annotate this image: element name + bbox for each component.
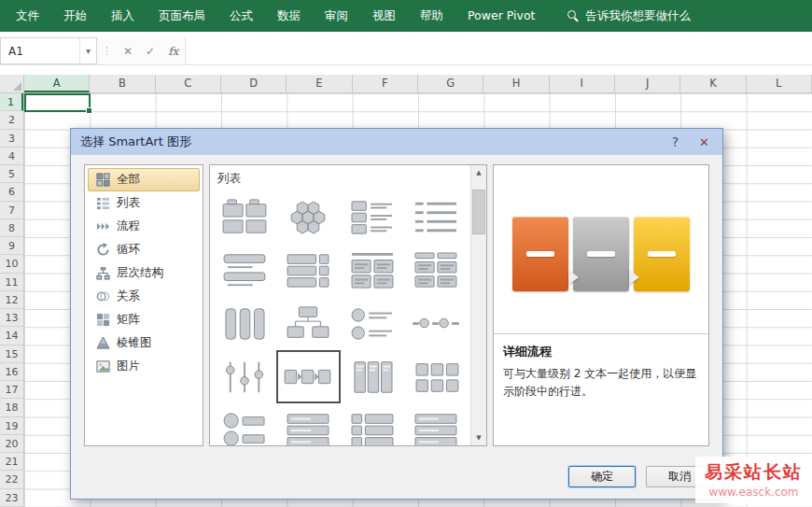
row-header-16[interactable]: 16 [0,363,23,381]
smartart-thumbnail-box-lines[interactable] [341,190,404,244]
column-header-J[interactable]: J [615,75,680,92]
smartart-thumbnail-arrow-boxes[interactable] [276,350,340,403]
scrollbar-track[interactable] [471,180,486,430]
scroll-down-icon[interactable]: ▼ [471,430,486,445]
row-header-15[interactable]: 15 [0,345,23,363]
preview-gold-block [634,217,690,291]
row-header-3[interactable]: 3 [0,130,23,148]
smartart-thumbnail-two-col-lines2[interactable] [404,244,468,297]
select-all-corner[interactable] [0,75,24,92]
smartart-thumbnail-tall-bars[interactable] [341,350,404,403]
column-header-C[interactable]: C [156,75,221,92]
column-header-F[interactable]: F [353,75,418,92]
ribbon-tab-5[interactable]: 公式 [217,0,265,32]
help-button[interactable]: ? [672,134,679,149]
ok-button[interactable]: 确定 [568,466,636,487]
category-pyramid[interactable]: 棱锥图 [88,331,200,355]
row-header-7[interactable]: 7 [0,202,23,219]
column-header-I[interactable]: I [550,75,615,92]
column-header-A[interactable]: A [24,75,90,92]
row-header-18[interactable]: 18 [0,399,23,416]
ribbon-tab-8[interactable]: 视图 [360,0,408,32]
dialog-titlebar[interactable]: 选择 SmartArt 图形 ? ✕ [71,129,722,155]
row-header-13[interactable]: 13 [0,309,23,327]
selected-cell-a1[interactable] [24,93,91,112]
category-relationship[interactable]: 关系 [88,285,200,308]
smartart-thumbnail-slider-lines[interactable] [213,350,276,403]
row-header-5[interactable]: 5 [0,165,23,183]
ribbon-tab-1[interactable]: 文件 [4,0,51,32]
ribbon-tab-6[interactable]: 数据 [265,0,313,32]
ribbon-tab-9[interactable]: 帮助 [408,0,455,32]
smartart-thumbnail-row-boxes[interactable] [341,403,404,446]
row-header-23[interactable]: 23 [0,489,23,507]
smartart-thumbnail-vert-cols[interactable] [213,297,276,350]
column-header-G[interactable]: G [418,75,483,92]
picture-icon [95,359,110,374]
ribbon-tab-3[interactable]: 插入 [99,0,147,32]
row-header-19[interactable]: 19 [0,417,23,435]
column-header-L[interactable]: L [747,75,812,92]
row-header-17[interactable]: 17 [0,381,23,399]
cancel-entry-icon[interactable]: ✕ [117,37,139,64]
smartart-thumbnail-tab-grid[interactable] [213,190,276,244]
scrollbar-thumb[interactable] [472,190,485,234]
row-header-14[interactable]: 14 [0,327,23,345]
smartart-thumbnail-wide-bars[interactable] [213,244,276,297]
name-box[interactable]: A1 ▾ [0,37,97,64]
ribbon-tab-7[interactable]: 审阅 [313,0,360,32]
category-process[interactable]: 流程 [88,215,200,238]
row-header-20[interactable]: 20 [0,435,23,453]
smartart-thumbnail-line-dash[interactable] [404,190,468,244]
row-header-2[interactable]: 2 [0,111,23,129]
column-header-E[interactable]: E [287,75,352,92]
smartart-thumbnail-hier[interactable] [276,297,340,350]
row-header-6[interactable]: 6 [0,183,23,201]
smartart-thumbnail-hex[interactable] [276,190,340,244]
category-all[interactable]: 全部 [88,168,200,191]
formula-input[interactable] [185,37,812,64]
category-matrix[interactable]: 矩阵 [88,308,200,331]
row-header-22[interactable]: 22 [0,471,23,488]
search-label: 告诉我你想要做什么 [585,8,691,24]
smartart-thumbnail-two-col-lines[interactable] [341,244,404,297]
category-picture[interactable]: 图片 [88,355,200,378]
row-header-10[interactable]: 10 [0,255,23,273]
gallery-scrollbar[interactable]: ▲ ▼ [470,165,486,445]
list-icon [95,196,110,211]
smartart-thumbnail-circle-lines[interactable] [341,297,404,350]
ribbon-tab-4[interactable]: 页面布局 [147,0,217,32]
column-header-D[interactable]: D [221,75,287,92]
ribbon-tab-10[interactable]: Power Pivot [455,0,547,32]
row-header-8[interactable]: 8 [0,219,23,237]
row-header-11[interactable]: 11 [0,274,23,291]
row-header-4[interactable]: 4 [0,148,23,165]
row-header-12[interactable]: 12 [0,291,23,309]
smartart-thumbnail-row-lines[interactable] [276,403,340,446]
category-label: 流程 [117,218,140,234]
scroll-up-icon[interactable]: ▲ [471,165,486,180]
row-header-21[interactable]: 21 [0,453,23,471]
smartart-thumbnail-row-lines[interactable] [404,403,468,446]
column-header-B[interactable]: B [90,75,155,92]
tell-me-search[interactable]: 告诉我你想要做什么 [567,8,691,24]
category-hierarchy[interactable]: 层次结构 [88,261,200,285]
smartart-thumbnail-square-grid[interactable] [404,350,468,403]
ribbon-tabs: 文件开始插入页面布局公式数据审阅视图帮助Power Pivot [4,0,547,32]
chevron-down-icon[interactable]: ▾ [79,38,96,63]
row-header-1[interactable]: 1 [0,93,23,111]
enter-entry-icon[interactable]: ✓ [139,37,161,64]
category-cycle[interactable]: 循环 [88,238,200,261]
category-label: 图片 [117,359,140,374]
pyramid-icon [95,336,110,351]
smartart-thumbnail-circle-stack[interactable] [213,403,276,446]
smartart-thumbnail-bar-box-rows[interactable] [276,244,340,297]
close-button[interactable]: ✕ [699,135,709,149]
insert-function-icon[interactable]: fx [161,37,185,64]
row-header-9[interactable]: 9 [0,237,23,255]
smartart-thumbnail-dash-circle[interactable] [404,297,468,350]
column-header-H[interactable]: H [483,75,549,92]
ribbon-tab-2[interactable]: 开始 [51,0,99,32]
column-header-K[interactable]: K [680,75,746,92]
category-list[interactable]: 列表 [88,191,200,215]
